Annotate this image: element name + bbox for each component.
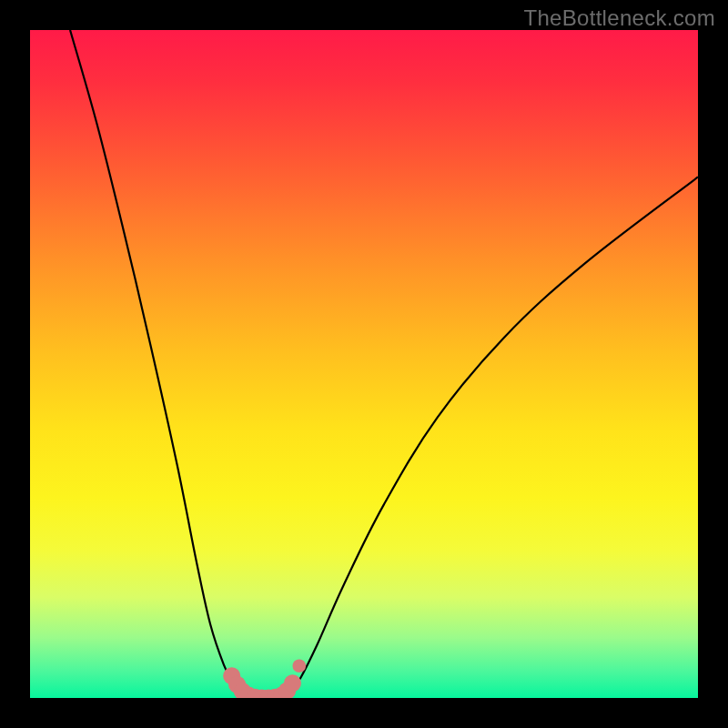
bottom-marker-group [223, 659, 306, 698]
left-curve-path [70, 30, 254, 698]
right-curve-path [284, 177, 698, 698]
plot-area [30, 30, 698, 698]
curve-layer [30, 30, 698, 698]
curve-marker [284, 674, 301, 692]
curve-marker [292, 659, 306, 672]
watermark-text: TheBottleneck.com [523, 5, 715, 31]
chart-frame: TheBottleneck.com [0, 0, 728, 728]
